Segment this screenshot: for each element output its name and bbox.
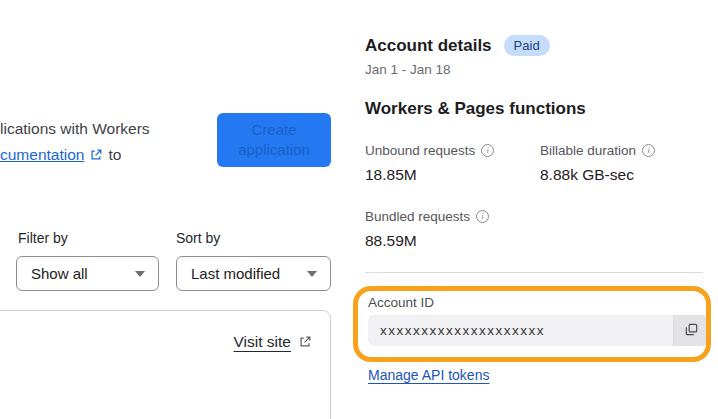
copy-button[interactable]	[673, 315, 708, 346]
intro-line-1: lications with Workers	[0, 116, 150, 142]
create-application-button[interactable]: Create application	[217, 113, 331, 167]
project-card: Visit site	[0, 310, 331, 419]
sort-dropdown-value: Last modified	[191, 265, 280, 282]
stat-value: 88.59M	[365, 232, 489, 250]
stat-label: Unbound requests	[365, 143, 475, 158]
visit-site-link[interactable]: Visit site	[234, 333, 291, 351]
stat-label: Billable duration	[540, 143, 636, 158]
filter-dropdown[interactable]: Show all	[16, 256, 159, 291]
stat-billable-duration: Billable duration i 8.88k GB-sec	[540, 143, 655, 184]
stat-value: 8.88k GB-sec	[540, 166, 655, 184]
caret-down-icon	[307, 271, 317, 277]
divider	[365, 272, 703, 273]
info-icon[interactable]: i	[476, 210, 489, 223]
account-details-title: Account details	[365, 36, 492, 56]
stat-label: Bundled requests	[365, 209, 470, 224]
paid-badge: Paid	[504, 35, 550, 56]
account-id-input[interactable]	[368, 315, 673, 346]
date-range: Jan 1 - Jan 18	[365, 62, 451, 77]
documentation-link[interactable]: cumentation	[0, 142, 84, 168]
copy-icon	[684, 322, 699, 340]
caret-down-icon	[135, 271, 145, 277]
sort-dropdown[interactable]: Last modified	[176, 256, 331, 291]
info-icon[interactable]: i	[642, 144, 655, 157]
account-details-panel: Account details Paid Jan 1 - Jan 18 Work…	[365, 0, 713, 419]
stat-unbound-requests: Unbound requests i 18.85M	[365, 143, 494, 184]
intro-text: lications with Workers cumentation to	[0, 116, 150, 168]
account-id-field-group	[368, 315, 708, 346]
external-link-icon	[298, 335, 312, 349]
workers-pages-functions-title: Workers & Pages functions	[365, 99, 586, 119]
filter-dropdown-value: Show all	[31, 265, 88, 282]
manage-api-tokens-link[interactable]: Manage API tokens	[368, 367, 489, 383]
external-link-icon	[89, 148, 103, 162]
filter-by-label: Filter by	[18, 230, 68, 246]
info-icon[interactable]: i	[481, 144, 494, 157]
stat-value: 18.85M	[365, 166, 494, 184]
account-id-label: Account ID	[368, 295, 434, 310]
intro-suffix: to	[108, 142, 121, 168]
stat-bundled-requests: Bundled requests i 88.59M	[365, 209, 489, 250]
sort-by-label: Sort by	[176, 230, 220, 246]
